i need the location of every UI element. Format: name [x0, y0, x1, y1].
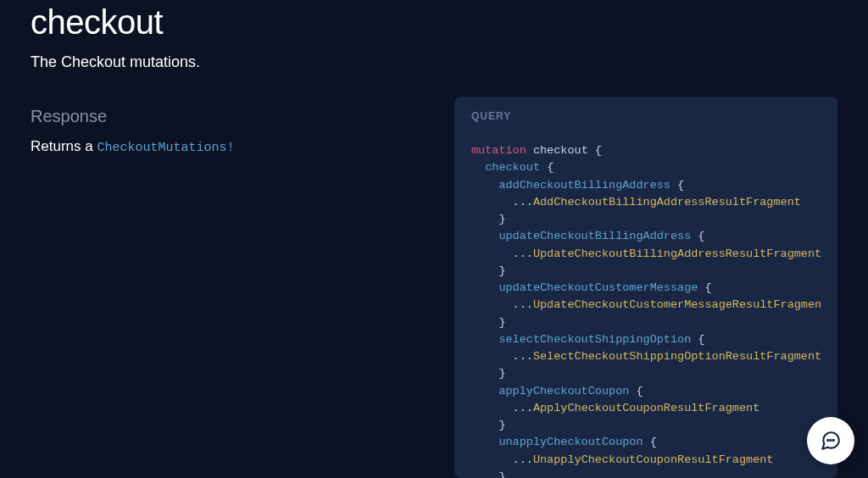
- response-heading: Response: [31, 107, 434, 126]
- code-block: mutation checkout { checkout { addChecko…: [471, 142, 821, 478]
- chat-button[interactable]: [807, 417, 854, 464]
- svg-point-1: [830, 440, 831, 441]
- query-panel: QUERY mutation checkout { checkout { add…: [454, 97, 837, 478]
- svg-point-0: [827, 440, 828, 441]
- returns-line: Returns a CheckoutMutations!: [31, 138, 434, 155]
- right-column: QUERY mutation checkout { checkout { add…: [454, 0, 837, 478]
- returns-prefix: Returns a: [31, 138, 97, 154]
- svg-point-2: [833, 440, 834, 441]
- page-title: checkout: [31, 3, 434, 42]
- left-column: checkout The Checkout mutations. Respons…: [31, 0, 434, 478]
- returns-type-link[interactable]: CheckoutMutations!: [97, 141, 234, 155]
- page-subtitle: The Checkout mutations.: [31, 53, 434, 71]
- query-panel-label: QUERY: [471, 110, 821, 122]
- chat-icon: [820, 430, 842, 452]
